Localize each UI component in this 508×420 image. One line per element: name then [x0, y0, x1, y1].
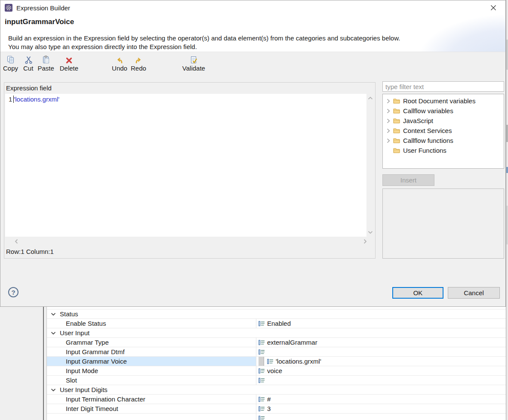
properties-table: Status Enable Status Enabled User Input …	[46, 307, 506, 420]
toolbar: Copy Cut Paste	[0, 52, 505, 79]
redo-label: Redo	[131, 65, 146, 72]
validate-button[interactable]: Validate	[182, 55, 205, 72]
tree-item-label: User Functions	[403, 147, 446, 154]
validate-icon	[189, 55, 198, 64]
redo-icon	[134, 55, 142, 64]
expression-editor[interactable]: 1 'locations.grxml'	[5, 94, 366, 237]
property-label: Enable Status	[66, 320, 106, 327]
dialog-titlebar: Expression Builder	[5, 4, 70, 12]
background-left-panel	[0, 307, 44, 420]
table-row-user-input-digits-section[interactable]: User Input Digits	[47, 385, 506, 395]
folder-icon	[393, 118, 400, 124]
chevron-down-icon[interactable]	[51, 331, 56, 335]
page-title: inputGrammarVoice	[5, 18, 74, 26]
property-label: Grammar Type	[66, 339, 109, 346]
paste-label: Paste	[37, 65, 54, 72]
scroll-left-icon[interactable]	[15, 239, 18, 244]
tree-item-callflow-functions[interactable]: Callflow functions	[383, 136, 504, 145]
delete-label: Delete	[60, 65, 78, 72]
property-label: Inter Digit Timeout	[66, 405, 118, 412]
table-row-slot[interactable]: Slot	[47, 376, 506, 385]
cut-label: Cut	[23, 65, 33, 72]
section-label: Status	[60, 310, 78, 318]
cut-button[interactable]: Cut	[23, 55, 33, 72]
validate-label: Validate	[182, 65, 205, 72]
property-label: Slot	[66, 377, 77, 384]
folder-icon	[393, 128, 400, 133]
scroll-down-icon[interactable]	[368, 231, 373, 234]
property-value: #	[267, 395, 271, 403]
help-button[interactable]: ?	[8, 287, 18, 297]
chevron-right-icon[interactable]	[386, 118, 391, 124]
cell-editor-handle[interactable]	[259, 357, 264, 366]
scroll-up-icon[interactable]	[368, 96, 373, 100]
expression-value-icon	[259, 406, 265, 411]
undo-button[interactable]: Undo	[112, 55, 127, 72]
copy-label: Copy	[3, 65, 18, 72]
chevron-right-icon[interactable]	[386, 138, 391, 143]
table-row-enable-status[interactable]: Enable Status Enabled	[47, 319, 506, 328]
tree-item-label: Callflow variables	[403, 107, 453, 114]
table-row-clipped[interactable]	[47, 414, 506, 420]
table-row-input-grammar-voice[interactable]: Input Grammar Voice 'locations.grxml'	[47, 357, 506, 366]
tree-item-callflow-variables[interactable]: Callflow variables	[383, 106, 504, 116]
copy-icon	[6, 55, 15, 64]
filter-input[interactable]	[382, 81, 504, 92]
horizontal-scrollbar[interactable]	[5, 237, 375, 245]
folder-icon	[393, 98, 400, 104]
table-row-status-section[interactable]: Status	[47, 309, 506, 319]
dialog-description: Build an expression in the Expression fi…	[8, 34, 400, 51]
ok-button[interactable]: OK	[392, 287, 443, 299]
delete-button[interactable]: Delete	[60, 55, 78, 72]
folder-icon	[393, 138, 400, 143]
property-value: voice	[267, 367, 282, 374]
paste-button[interactable]: Paste	[37, 55, 54, 72]
paste-icon	[42, 55, 50, 64]
tree-item-label: Context Services	[403, 127, 452, 134]
tree-item-javascript[interactable]: JavaScript	[383, 116, 504, 126]
chevron-down-icon[interactable]	[51, 388, 56, 392]
chevron-right-icon[interactable]	[386, 99, 391, 104]
property-value: 'locations.grxml'	[276, 358, 321, 365]
tree-item-context-services[interactable]: Context Services	[383, 126, 504, 136]
copy-button[interactable]: Copy	[3, 55, 18, 72]
expression-code: 'locations.grxml'	[14, 96, 59, 103]
section-label: User Input Digits	[60, 386, 108, 393]
expression-value-icon	[259, 368, 265, 374]
expression-value-icon	[259, 321, 265, 326]
table-row-input-grammar-dtmf[interactable]: Input Grammar Dtmf	[47, 347, 506, 357]
dialog-title: Expression Builder	[16, 4, 70, 12]
property-value: Enabled	[267, 320, 291, 327]
vertical-scrollbar[interactable]	[366, 94, 375, 237]
tree-item-user-functions[interactable]: User Functions	[383, 145, 504, 155]
cut-icon	[25, 55, 32, 64]
expression-line: 1 'locations.grxml'	[5, 94, 366, 103]
scroll-right-icon[interactable]	[363, 239, 367, 244]
table-row-input-mode[interactable]: Input Mode voice	[47, 366, 506, 376]
close-button[interactable]	[490, 4, 497, 11]
chevron-right-icon[interactable]	[386, 128, 391, 133]
property-value: externalGrammar	[267, 339, 317, 346]
table-row-grammar-type[interactable]: Grammar Type externalGrammar	[47, 338, 506, 347]
redo-button[interactable]: Redo	[131, 55, 146, 72]
property-label: Input Grammar Voice	[66, 358, 127, 365]
table-row-inter-digit-timeout[interactable]: Inter Digit Timeout 3	[47, 404, 506, 414]
chevron-down-icon[interactable]	[51, 312, 56, 316]
insert-button[interactable]: Insert	[382, 174, 434, 186]
cancel-button[interactable]: Cancel	[448, 287, 500, 299]
chevron-right-icon[interactable]	[386, 108, 391, 114]
gear-app-icon	[5, 4, 12, 12]
row-column-status: Row:1 Column:1	[6, 248, 54, 255]
undo-icon	[116, 55, 124, 64]
expression-value-icon	[259, 378, 265, 383]
dialog-header: Expression Builder inputGrammarVoice Bui…	[0, 0, 505, 52]
tree-item-root-document-variables[interactable]: Root Document variables	[383, 96, 504, 106]
property-label: Input Grammar Dtmf	[66, 348, 125, 355]
table-row-input-termination-character[interactable]: Input Termination Character #	[47, 395, 506, 404]
header-gradient-decoration	[413, 12, 505, 52]
folder-icon	[393, 108, 400, 114]
expression-value-icon	[259, 340, 265, 345]
table-row-user-input-section[interactable]: User Input	[47, 328, 506, 338]
undo-label: Undo	[112, 65, 127, 72]
property-label: Input Termination Character	[66, 395, 145, 403]
